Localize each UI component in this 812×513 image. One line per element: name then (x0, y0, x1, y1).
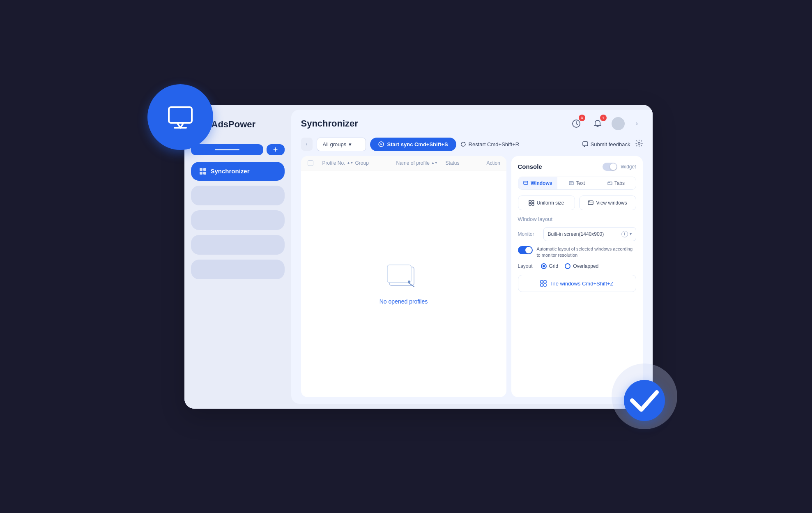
monitor-icon-circle (147, 84, 213, 150)
group-select[interactable]: All groups ▾ (317, 138, 366, 151)
view-windows-button[interactable]: View windows (579, 196, 636, 210)
tile-windows-button[interactable]: Tile windows Cmd+Shift+Z (518, 275, 636, 292)
auto-layout-row: Automatic layout of selected windows acc… (518, 246, 636, 259)
col-group: Group (355, 160, 396, 166)
svg-rect-27 (544, 281, 546, 283)
svg-point-11 (638, 142, 640, 144)
tab-windows[interactable]: Windows (518, 177, 557, 189)
uniform-size-button[interactable]: Uniform size (518, 196, 575, 210)
view-windows-icon (588, 200, 593, 206)
main-content: Synchronizer 3 1 (291, 110, 653, 404)
window-layout-section: Window layout Monitor Built-in screen(14… (518, 216, 636, 269)
svg-point-24 (589, 201, 590, 202)
app-window: AdsPower + Synchronizer (184, 105, 653, 409)
sort-arrows-profile[interactable]: ▲▼ (347, 161, 354, 165)
console-header: Console Widget (518, 163, 636, 171)
svg-rect-19 (529, 200, 531, 202)
layout-radio-row: Layout Grid Overlapped (518, 263, 636, 269)
svg-rect-21 (529, 203, 531, 205)
restart-button[interactable]: Restart Cmd+Shift+R (460, 141, 520, 147)
auto-layout-knob (525, 247, 532, 253)
content-split: Profile No. ▲▼ Group Name of profile ▲▼ … (291, 156, 653, 404)
sidebar-item-label: Synchronizer (211, 168, 250, 175)
text-tab-icon (569, 181, 574, 186)
col-name: Name of profile ▲▼ (396, 160, 446, 166)
sidebar-item-placeholder-2[interactable] (191, 210, 285, 230)
avatar[interactable] (612, 117, 625, 130)
svg-marker-8 (380, 143, 382, 145)
monitor-icon (166, 102, 195, 132)
new-profile-button[interactable] (191, 144, 263, 155)
svg-rect-28 (541, 284, 543, 286)
sidebar-item-placeholder-3[interactable] (191, 235, 285, 255)
svg-rect-13 (387, 265, 411, 283)
svg-rect-16 (524, 181, 528, 184)
gear-icon (635, 140, 643, 147)
bell-button[interactable]: 1 (590, 116, 605, 131)
svg-rect-29 (544, 284, 546, 286)
table-header: Profile No. ▲▼ Group Name of profile ▲▼ … (301, 156, 506, 170)
widget-toggle-switch[interactable] (603, 163, 617, 171)
clock-icon (572, 119, 581, 128)
svg-rect-5 (203, 172, 206, 175)
logo-text: AdsPower (212, 119, 256, 130)
radio-grid[interactable]: Grid (541, 263, 559, 269)
clock-badge: 3 (579, 115, 585, 121)
toggle-knob (610, 163, 616, 170)
table-empty-state: No opened profiles (301, 170, 506, 397)
auto-layout-text: Automatic layout of selected windows acc… (537, 246, 636, 259)
tabs-tab-icon (607, 181, 612, 186)
empty-illustration (385, 263, 422, 292)
bell-badge: 1 (600, 115, 607, 121)
sidebar-item-placeholder-1[interactable] (191, 186, 285, 205)
submit-feedback-button[interactable]: Submit feedback (582, 141, 630, 147)
radio-grid-dot (541, 263, 547, 269)
console-actions: Uniform size View windows (518, 196, 636, 210)
widget-toggle: Widget (603, 163, 636, 171)
sidebar: AdsPower + Synchronizer (184, 105, 291, 409)
sync-icon (199, 168, 207, 175)
auto-layout-toggle[interactable] (518, 246, 533, 254)
table-area: Profile No. ▲▼ Group Name of profile ▲▼ … (301, 156, 506, 397)
page-title: Synchronizer (301, 118, 358, 129)
col-profile-no: Profile No. ▲▼ (322, 160, 355, 166)
svg-rect-4 (200, 172, 202, 175)
nav-forward-arrow[interactable]: › (631, 118, 643, 129)
header-checkbox[interactable] (308, 160, 313, 166)
svg-point-25 (590, 201, 591, 202)
svg-rect-10 (583, 142, 588, 146)
collapse-button[interactable]: ‹ (301, 138, 313, 151)
sort-arrows-name[interactable]: ▲▼ (431, 161, 438, 165)
top-bar: Synchronizer 3 1 (291, 110, 653, 138)
empty-state-text: No opened profiles (380, 298, 428, 305)
start-sync-button[interactable]: Start sync Cmd+Shift+S (370, 138, 456, 151)
svg-rect-17 (569, 182, 573, 185)
svg-rect-0 (169, 107, 192, 123)
monitor-label: Monitor (518, 231, 539, 237)
svg-rect-22 (532, 203, 534, 205)
toolbar-left: ‹ All groups ▾ Start sync Cmd+Shift+S (301, 138, 520, 151)
toolbar-row: ‹ All groups ▾ Start sync Cmd+Shift+S (291, 138, 653, 156)
console-tabs: Windows Text (518, 177, 636, 190)
restart-icon (460, 141, 466, 147)
sidebar-item-synchronizer[interactable]: Synchronizer (191, 162, 285, 181)
tab-tabs[interactable]: Tabs (596, 177, 635, 189)
tab-text[interactable]: Text (557, 177, 596, 189)
clock-button[interactable]: 3 (569, 116, 584, 131)
monitor-row: Monitor Built-in screen(1440x900) i ▾ (518, 227, 636, 241)
svg-rect-18 (608, 182, 612, 185)
radio-overlapped[interactable]: Overlapped (565, 263, 598, 269)
check-icon (624, 380, 665, 421)
col-action: Action (487, 160, 506, 166)
monitor-select[interactable]: Built-in screen(1440x900) i ▾ (543, 227, 636, 241)
check-circle (624, 380, 665, 421)
info-icon[interactable]: i (621, 231, 628, 237)
svg-rect-3 (203, 168, 206, 171)
settings-button[interactable] (635, 140, 643, 149)
add-profile-button[interactable]: + (267, 144, 285, 155)
sidebar-item-placeholder-4[interactable] (191, 260, 285, 279)
uniform-size-icon (529, 200, 534, 206)
col-status: Status (446, 160, 487, 166)
window-layout-label: Window layout (518, 216, 636, 222)
svg-rect-2 (200, 168, 202, 171)
